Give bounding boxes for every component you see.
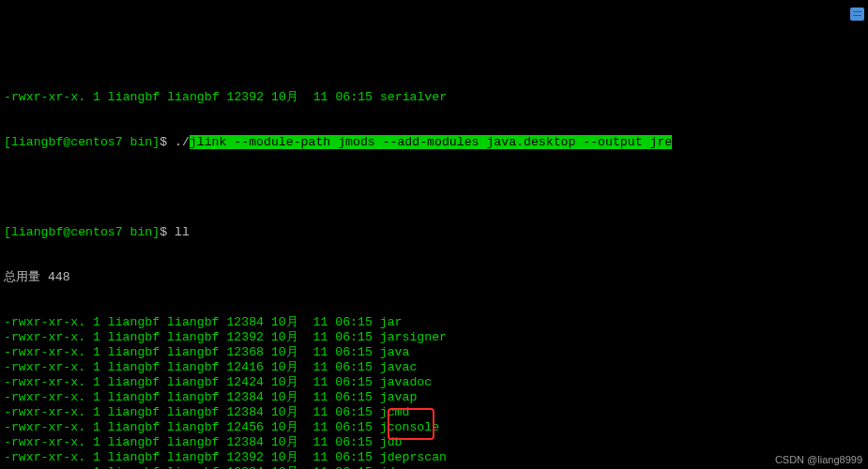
file-row: -rwxr-xr-x. 1 liangbf liangbf 12384 10月 … (4, 405, 864, 420)
scrollbar-thumb[interactable] (850, 8, 864, 21)
file-row: -rwxr-xr-x. 1 liangbf liangbf 12392 10月 … (4, 90, 864, 105)
prompt-host: [liangbf@centos7 bin] (4, 225, 160, 239)
typed-prefix: ./ (175, 135, 190, 149)
prompt-line[interactable]: [liangbf@centos7 bin]$ ./jlink --module-… (4, 135, 864, 150)
command-text: ll (175, 225, 190, 239)
file-row: -rwxr-xr-x. 1 liangbf liangbf 12416 10月 … (4, 360, 864, 375)
terminal-output[interactable]: -rwxr-xr-x. 1 liangbf liangbf 12392 10月 … (0, 60, 868, 469)
prompt-host: [liangbf@centos7 bin] (4, 135, 160, 149)
file-row: -rwxr-xr-x. 1 liangbf liangbf 12368 10月 … (4, 345, 864, 360)
file-name: jdeps (380, 465, 418, 469)
file-name: javap (380, 390, 418, 404)
watermark-text: CSDN @liang8999 (775, 452, 862, 467)
file-row: -rwxr-xr-x. 1 liangbf liangbf 12384 10月 … (4, 465, 864, 469)
file-row: -rwxr-xr-x. 1 liangbf liangbf 12384 10月 … (4, 315, 864, 330)
total-line: 总用量 448 (4, 270, 864, 285)
prompt-dollar: $ (160, 225, 175, 239)
file-row: -rwxr-xr-x. 1 liangbf liangbf 12392 10月 … (4, 330, 864, 345)
file-name: jar (380, 315, 403, 329)
file-row: -rwxr-xr-x. 1 liangbf liangbf 12384 10月 … (4, 435, 864, 450)
prompt-dollar: $ (160, 135, 175, 149)
prompt-line[interactable]: [liangbf@centos7 bin]$ ll (4, 225, 864, 240)
command-highlight: jlink --module-path jmods --add-modules … (190, 135, 672, 149)
file-name: javac (380, 360, 418, 374)
file-row: -rwxr-xr-x. 1 liangbf liangbf 12392 10月 … (4, 450, 864, 465)
file-row: -rwxr-xr-x. 1 liangbf liangbf 12456 10月 … (4, 420, 864, 435)
file-name: jarsigner (380, 330, 447, 344)
file-name: jconsole (380, 420, 439, 434)
file-name: jdb (380, 435, 403, 449)
file-row: -rwxr-xr-x. 1 liangbf liangbf 12384 10月 … (4, 390, 864, 405)
file-name: java (380, 345, 410, 359)
blank-line (4, 180, 864, 195)
file-name: jdeprscan (380, 450, 447, 464)
file-row: -rwxr-xr-x. 1 liangbf liangbf 12424 10月 … (4, 375, 864, 390)
file-name: javadoc (380, 375, 432, 389)
file-name: jcmd (380, 405, 410, 419)
